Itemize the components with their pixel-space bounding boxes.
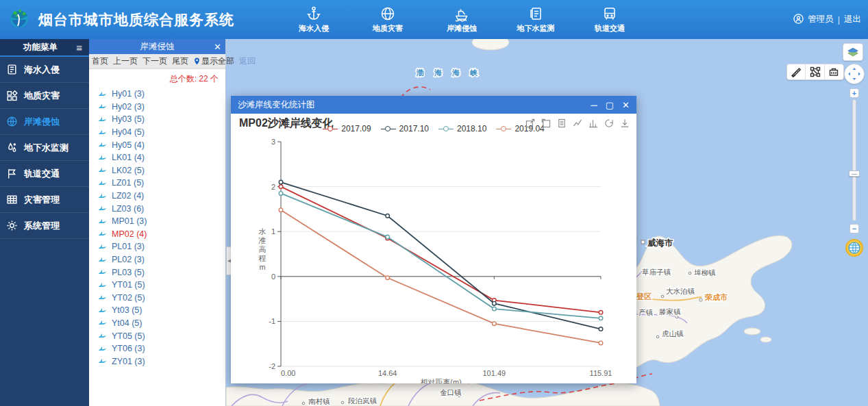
prev-page-button[interactable]: 上一页 (113, 55, 138, 67)
point-item[interactable]: LK01 (4) (97, 151, 225, 164)
map-label: 虎山镇 (662, 329, 684, 338)
point-item[interactable]: YT05 (5) (97, 329, 225, 342)
point-item[interactable]: ZY01 (3) (97, 355, 225, 368)
blocks-icon (6, 90, 18, 101)
nav-geological-hazard[interactable]: 地质灾害 (369, 5, 407, 34)
show-all-button[interactable]: 显示全部 (193, 55, 234, 67)
layers-button[interactable] (843, 43, 863, 61)
header-nav: 海水入侵地质灾害岸滩侵蚀地下水监测轨道交通 (295, 5, 629, 34)
point-item[interactable]: YT02 (5) (97, 292, 225, 305)
user-name[interactable]: 管理员 (808, 14, 834, 25)
point-item[interactable]: Hy03 (5) (97, 113, 225, 126)
line-chart-icon[interactable] (573, 118, 582, 128)
clear-button[interactable] (825, 64, 843, 80)
pan-control[interactable] (844, 64, 865, 84)
point-item[interactable]: Hy05 (4) (97, 138, 225, 151)
table-icon (6, 194, 18, 205)
user-icon (793, 14, 804, 26)
modal-titlebar[interactable]: 沙滩岸线变化统计图 ─▢✕ (231, 96, 636, 114)
restore-icon[interactable]: ▢ (606, 101, 614, 110)
point-item[interactable]: YT01 (5) (97, 279, 225, 292)
point-label: Yt04 (5) (112, 318, 142, 328)
minimize-icon[interactable]: ─ (591, 101, 597, 110)
zoom-slider-track[interactable] (852, 99, 856, 221)
point-item[interactable]: Hy01 (3) (97, 88, 225, 101)
zoom-reset-icon[interactable] (541, 118, 551, 128)
point-item[interactable]: Hy02 (3) (97, 101, 225, 114)
sidebar-item-rail-transit[interactable]: 轨道交通 (0, 161, 89, 187)
point-item[interactable]: LZ02 (4) (97, 190, 225, 203)
sidebar-item-system-management[interactable]: 系统管理 (0, 213, 89, 239)
zoom-out-button[interactable]: − (850, 224, 859, 233)
bird-icon (97, 141, 108, 149)
droplets-icon (6, 142, 18, 153)
sidebar-item-beach-erosion[interactable]: 岸滩侵蚀 (0, 109, 89, 135)
sidebar-item-label: 岸滩侵蚀 (24, 116, 60, 128)
ruler-button[interactable] (787, 64, 806, 80)
sidebar-item-disaster-management[interactable]: 灾害管理 (0, 187, 89, 213)
svg-text:准: 准 (259, 236, 266, 244)
point-item[interactable]: MP02 (4) (97, 228, 225, 241)
app-logo-icon (5, 6, 33, 34)
globe-button[interactable] (845, 239, 863, 257)
logout-button[interactable]: 退出 (844, 14, 861, 25)
legend-item[interactable]: 2017.09 (323, 124, 371, 134)
legend-item[interactable]: 2017.10 (381, 124, 429, 134)
point-label: ZY01 (3) (112, 357, 145, 366)
nav-rail-transit[interactable]: 轨道交通 (591, 5, 629, 34)
x-tick-label: 115.91 (590, 369, 612, 377)
first-page-button[interactable]: 首页 (92, 55, 108, 67)
point-item[interactable]: LZ01 (5) (97, 177, 225, 190)
sidebar-item-groundwater-monitoring[interactable]: 地下水监测 (0, 135, 89, 161)
ship-icon (454, 5, 470, 22)
pin-icon (193, 57, 201, 66)
sidebar-item-seawater-intrusion[interactable]: 海水入侵 (0, 57, 89, 83)
panel-toolbar: 首页上一页下一页尾页显示全部返回 (89, 54, 225, 69)
point-item[interactable]: Hy04 (5) (97, 126, 225, 139)
point-label: PL03 (5) (112, 268, 145, 277)
panel-titlebar: 岸滩侵蚀 ✕ (89, 39, 225, 54)
sidebar: 功能菜单 ≡ 海水入侵地质灾害岸滩侵蚀地下水监测轨道交通灾害管理系统管理 (0, 39, 89, 406)
bird-icon (97, 307, 108, 314)
nav-groundwater-monitoring[interactable]: 地下水监测 (517, 5, 555, 34)
y-axis-label: 水 (259, 227, 266, 236)
point-label: LZ02 (4) (112, 191, 144, 201)
journal-icon (528, 5, 544, 22)
menu-toggle-icon[interactable]: ≡ (76, 42, 82, 53)
bar-chart-icon[interactable] (588, 118, 598, 128)
point-item[interactable]: Yt04 (5) (97, 317, 225, 330)
panel-close-button[interactable]: ✕ (214, 39, 221, 54)
svg-text:程: 程 (258, 254, 266, 262)
point-item[interactable]: LZ03 (6) (97, 202, 225, 215)
download-icon[interactable] (620, 118, 630, 128)
point-item[interactable]: LK02 (5) (97, 164, 225, 177)
sidebar-item-label: 地质灾害 (24, 90, 60, 102)
back-button[interactable]: 返回 (239, 55, 256, 67)
sea-label: 渤 海 海 峡 (416, 68, 482, 77)
legend-item[interactable]: 2018.10 (438, 124, 486, 134)
point-item[interactable]: PL03 (5) (97, 266, 225, 279)
next-page-button[interactable]: 下一页 (142, 55, 167, 67)
zoom-in-button[interactable]: + (850, 88, 859, 98)
point-item[interactable]: YT06 (3) (97, 342, 225, 355)
nav-beach-erosion[interactable]: 岸滩侵蚀 (443, 5, 481, 34)
point-item[interactable]: PL01 (3) (97, 240, 225, 253)
map-label: 草庙子镇 (642, 268, 671, 276)
point-item[interactable]: Yt03 (5) (97, 304, 225, 317)
bird-icon (97, 345, 108, 353)
restore-icon[interactable] (604, 118, 614, 128)
ruler-icon (791, 66, 802, 77)
point-item[interactable]: PL02 (3) (97, 253, 225, 266)
nav-seawater-intrusion[interactable]: 海水入侵 (295, 5, 333, 34)
point-label: Hy01 (3) (112, 89, 145, 99)
bird-icon (97, 243, 108, 251)
area-zoom-icon[interactable] (525, 118, 535, 128)
data-view-icon[interactable] (557, 118, 567, 128)
sidebar-item-geological-hazard[interactable]: 地质灾害 (0, 83, 89, 109)
polygon-measure-button[interactable] (806, 64, 824, 80)
last-page-button[interactable]: 尾页 (172, 55, 188, 67)
close-icon[interactable]: ✕ (622, 101, 630, 110)
point-label: YT01 (5) (112, 280, 145, 290)
point-item[interactable]: MP01 (3) (97, 215, 225, 228)
zoom-slider-handle[interactable] (849, 170, 860, 177)
